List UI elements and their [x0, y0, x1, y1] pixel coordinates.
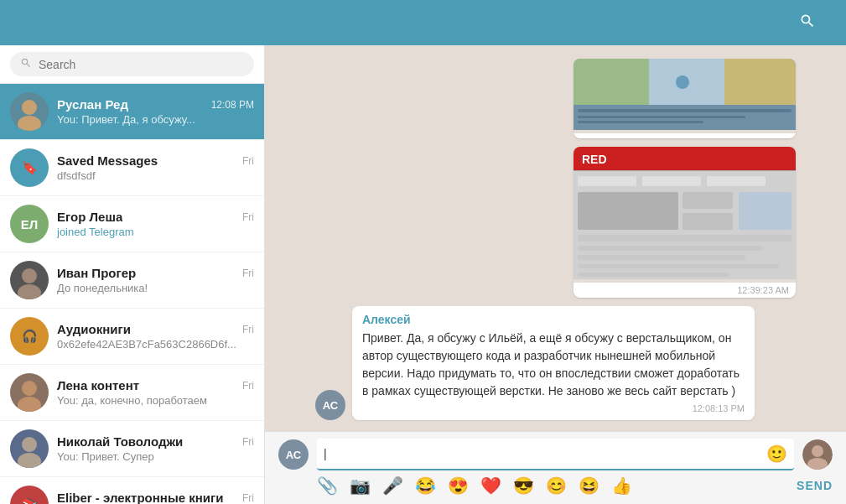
chat-name: Лена контент — [57, 378, 139, 392]
chat-content: Николай Товолоджи Fri You: Привет. Супер — [57, 434, 254, 463]
chat-time: Fri — [242, 268, 254, 279]
svg-point-4 — [22, 381, 37, 396]
microphone-icon[interactable]: 🎤 — [382, 475, 403, 496]
svg-rect-28 — [578, 235, 792, 242]
svg-rect-11 — [724, 59, 796, 105]
svg-rect-30 — [578, 255, 745, 260]
svg-rect-9 — [574, 59, 649, 105]
chat-name: Руслан Ред — [57, 97, 128, 112]
heart-eyes-icon[interactable]: 😍 — [448, 475, 469, 496]
message-aleksey: АС Алексей Привет. Да, я обсужу с Ильёй,… — [315, 306, 796, 420]
image-time-1 — [574, 133, 796, 138]
svg-rect-15 — [578, 121, 703, 123]
chat-preview: You: Привет. Супер — [57, 450, 254, 463]
heart-icon[interactable]: ❤️ — [480, 475, 501, 496]
sidebar: Руслан Ред 12:08 PM You: Привет. Да, я о… — [0, 45, 265, 504]
chat-item-nikolai[interactable]: Николай Товолоджи Fri You: Привет. Супер — [0, 421, 264, 477]
message-bubble: Алексей Привет. Да, я обсужу с Ильёй, а … — [352, 306, 755, 420]
chat-item-audio[interactable]: 🎧 Аудиокниги Fri 0x62efe42AE3B7cFa563C28… — [0, 309, 264, 365]
chat-content: Аудиокниги Fri 0x62efe42AE3B7cFa563C2866… — [57, 322, 254, 351]
header-icons — [799, 13, 833, 34]
attach-icon[interactable]: 📎 — [317, 475, 338, 496]
image-message-2: RED 12:39:23 AM — [574, 147, 796, 298]
chat-content: Руслан Ред 12:08 PM You: Привет. Да, я о… — [57, 97, 254, 126]
svg-rect-23 — [707, 176, 766, 186]
chat-time: Fri — [242, 380, 254, 392]
svg-point-2 — [22, 268, 37, 283]
message-input[interactable] — [324, 444, 761, 464]
svg-rect-31 — [578, 264, 779, 268]
svg-rect-29 — [578, 246, 762, 251]
sender-avatar: АС — [278, 439, 309, 470]
chat-item-ruslan[interactable]: Руслан Ред 12:08 PM You: Привет. Да, я о… — [0, 84, 264, 140]
search-bar — [0, 45, 264, 84]
svg-rect-25 — [683, 192, 733, 209]
svg-rect-20 — [574, 170, 796, 171]
chat-time: 12:08 PM — [211, 99, 254, 111]
main-layout: Руслан Ред 12:08 PM You: Привет. Да, я о… — [0, 45, 846, 504]
svg-rect-14 — [578, 116, 745, 118]
chat-content: Saved Messages Fri dfsdfsdf — [57, 153, 254, 182]
chat-area: RED 12:39:23 AM АС Алексей Привет. Да, я… — [265, 45, 846, 504]
svg-rect-27 — [739, 192, 792, 230]
svg-rect-21 — [578, 176, 636, 186]
chat-preview: dfsdfsdf — [57, 169, 254, 182]
sunglasses-icon[interactable]: 😎 — [513, 475, 534, 496]
image-message-1 — [574, 59, 796, 138]
top-header — [0, 0, 846, 45]
right-avatar — [802, 439, 833, 470]
search-input-wrap[interactable] — [10, 52, 254, 76]
chat-item-ivan[interactable]: Иван Прогер Fri До понедельника! — [0, 252, 264, 309]
chat-header-row: Лена контент Fri — [57, 378, 254, 392]
search-icon[interactable] — [799, 13, 816, 34]
chat-content: Егор Леша Fri joined Telegram — [57, 210, 254, 238]
chat-item-saved[interactable]: 🔖 Saved Messages Fri dfsdfsdf — [0, 140, 264, 196]
chat-time: Fri — [242, 492, 254, 504]
chat-time: Fri — [242, 436, 254, 448]
chat-item-egor[interactable]: ЕЛ Егор Леша Fri joined Telegram — [0, 196, 264, 252]
send-button[interactable]: SEND — [797, 479, 833, 492]
svg-rect-26 — [683, 213, 733, 230]
input-row: АС 🙂 — [278, 439, 833, 470]
chat-name: Saved Messages — [57, 153, 158, 168]
chat-list: Руслан Ред 12:08 PM You: Привет. Да, я о… — [0, 84, 264, 504]
smile-icon[interactable]: 😊 — [546, 475, 567, 496]
chat-preview: joined Telegram — [57, 226, 254, 238]
thumbsup-icon[interactable]: 👍 — [611, 475, 632, 496]
chat-header-row: Егор Леша Fri — [57, 210, 254, 224]
chat-name: Аудиокниги — [57, 322, 131, 336]
message-sender: Алексей — [362, 313, 745, 326]
search-input[interactable] — [39, 58, 244, 71]
chat-content: Лена контент Fri You: да, конечно, пораб… — [57, 378, 254, 407]
chat-item-lena[interactable]: Лена контент Fri You: да, конечно, пораб… — [0, 365, 264, 421]
chat-time: Fri — [242, 155, 254, 167]
chat-time: Fri — [242, 211, 254, 223]
chat-preview: You: да, конечно, поработаем — [57, 394, 254, 407]
chat-content: Иван Прогер Fri До понедельника! — [57, 266, 254, 294]
svg-rect-13 — [578, 109, 792, 112]
chat-header-row: Николай Товолоджи Fri — [57, 434, 254, 449]
messages-area: RED 12:39:23 AM АС Алексей Привет. Да, я… — [265, 45, 846, 431]
chat-preview: До понедельника! — [57, 282, 254, 294]
image-time-2: 12:39:23 AM — [574, 283, 796, 298]
message-avatar: АС — [315, 390, 345, 420]
chat-item-eliber[interactable]: 📚 Eliber - электронные книги Fri -1931-В… — [0, 477, 264, 504]
svg-text:RED: RED — [582, 153, 607, 166]
svg-point-16 — [676, 75, 689, 89]
svg-point-34 — [807, 458, 828, 470]
laugh-icon[interactable]: 😂 — [415, 475, 436, 496]
camera-icon[interactable]: 📷 — [350, 475, 371, 496]
chat-name: Иван Прогер — [57, 266, 136, 280]
chat-preview: 0x62efe42AE3B7cFa563C2866D6f... — [57, 338, 254, 351]
image-preview-1 — [574, 59, 796, 130]
grin-icon[interactable]: 😆 — [579, 475, 599, 496]
svg-rect-22 — [642, 176, 701, 186]
svg-rect-24 — [578, 192, 678, 230]
emoji-icon[interactable]: 🙂 — [766, 444, 787, 464]
toolbar-row: 📎📷🎤😂😍❤️😎😊😆👍SEND — [278, 470, 833, 497]
message-input-wrap[interactable]: 🙂 — [317, 439, 794, 470]
message-text: Привет. Да, я обсужу с Ильёй, а ещё я об… — [362, 330, 745, 400]
chat-header-row: Saved Messages Fri — [57, 153, 254, 168]
svg-point-5 — [18, 397, 41, 412]
chat-name: Николай Товолоджи — [57, 434, 183, 449]
